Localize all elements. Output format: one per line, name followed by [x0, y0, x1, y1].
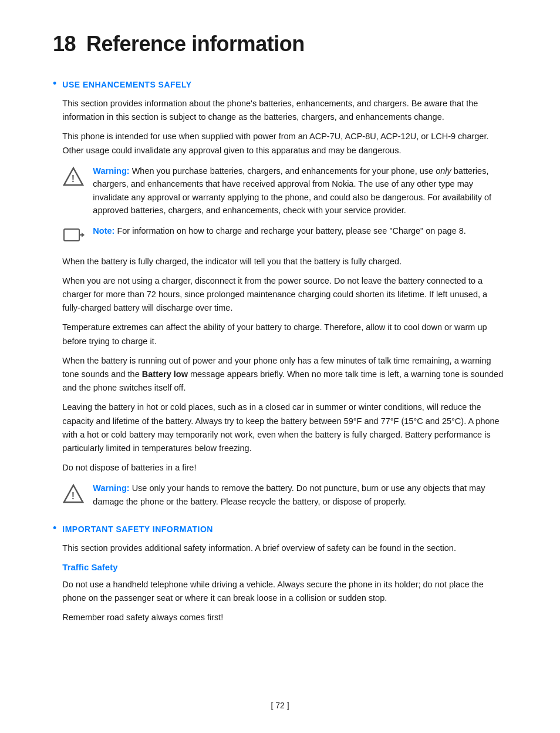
para-4: When you are not using a charger, discon… — [62, 274, 507, 315]
traffic-safety-para-2: Remember road safety always comes first! — [62, 611, 507, 624]
warning-2-label: Warning: — [93, 483, 129, 493]
para-5: Temperature extremes can affect the abil… — [62, 321, 507, 348]
subsection-heading-traffic-safety: Traffic Safety — [62, 561, 507, 574]
warning-1-label: Warning: — [93, 166, 129, 176]
para-3: When the battery is fully charged, the i… — [62, 255, 507, 268]
para-1: This section provides information about … — [62, 97, 507, 124]
chapter-title-text: Reference information — [86, 32, 305, 56]
warning-1-text: Warning: When you purchase batteries, ch… — [93, 164, 507, 217]
para-8: Do not dispose of batteries in a fire! — [62, 461, 507, 475]
para-6: When the battery is running out of power… — [62, 354, 507, 395]
important-safety-intro: This section provides additional safety … — [62, 542, 507, 555]
section-important-safety-content: IMPORTANT SAFETY INFORMATION This sectio… — [62, 521, 507, 630]
warning-triangle-icon: ! — [62, 166, 85, 188]
page-number: [ 72 ] — [271, 701, 289, 710]
svg-marker-4 — [82, 233, 85, 237]
page: 18Reference information • USE ENHANCEMEN… — [0, 0, 560, 733]
bullet-icon: • — [53, 76, 56, 92]
para-7: Leaving the battery in hot or cold place… — [62, 401, 507, 455]
note-arrow-icon — [62, 226, 85, 248]
section-heading-important-safety: IMPORTANT SAFETY INFORMATION — [62, 523, 507, 536]
section-important-safety: • IMPORTANT SAFETY INFORMATION This sect… — [53, 521, 507, 630]
warning-box-2: ! Warning: Use only your hands to remove… — [62, 482, 507, 508]
warning-1-body: When you purchase batteries, chargers, a… — [93, 166, 491, 215]
section-use-enhancements: • USE ENHANCEMENTS SAFELY This section p… — [53, 76, 507, 515]
svg-text:!: ! — [72, 174, 75, 184]
note-1-text: Note: For information on how to charge a… — [93, 224, 466, 237]
traffic-safety-para-1: Do not use a handheld telephone while dr… — [62, 578, 507, 605]
bullet-icon-2: • — [53, 520, 56, 536]
warning-2-text: Warning: Use only your hands to remove t… — [93, 482, 507, 508]
section-heading-use-enhancements: USE ENHANCEMENTS SAFELY — [62, 79, 507, 91]
svg-text:!: ! — [72, 491, 75, 501]
note-1-label: Note: — [93, 226, 114, 236]
warning-triangle-icon-2: ! — [62, 483, 85, 505]
warning-box-1: ! Warning: When you purchase batteries, … — [62, 164, 507, 217]
warning-2-body: Use only your hands to remove the batter… — [93, 483, 485, 506]
note-box-1: Note: For information on how to charge a… — [62, 224, 507, 248]
para-2: This phone is intended for use when supp… — [62, 130, 507, 157]
subsection-traffic-safety: Traffic Safety Do not use a handheld tel… — [62, 561, 507, 624]
chapter-title: 18Reference information — [53, 28, 507, 60]
page-footer: [ 72 ] — [0, 700, 560, 712]
chapter-number: 18 — [53, 32, 76, 56]
section-use-enhancements-content: USE ENHANCEMENTS SAFELY This section pro… — [62, 76, 507, 515]
svg-rect-2 — [64, 229, 79, 241]
note-1-body: For information on how to charge and rec… — [114, 226, 465, 236]
